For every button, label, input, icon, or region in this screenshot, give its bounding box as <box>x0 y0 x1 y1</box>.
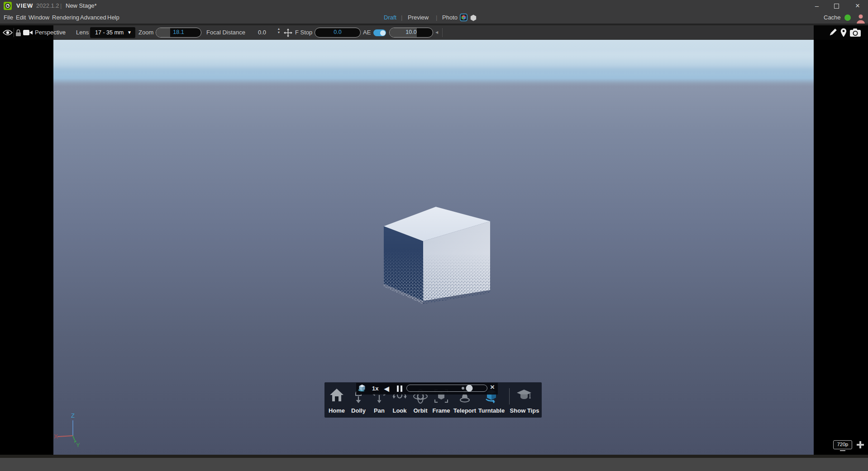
nav-label-teleport[interactable]: Teleport <box>453 407 476 414</box>
axis-gizmo[interactable]: Z X Y <box>50 409 82 449</box>
exposure-slider[interactable]: 10.0 <box>389 28 433 38</box>
markup-pencil-icon[interactable] <box>828 28 837 37</box>
cache-label[interactable]: Cache <box>824 12 841 24</box>
cube-mesh[interactable] <box>362 199 507 310</box>
lens-label: Lens <box>76 25 89 40</box>
app-logo-icon <box>4 2 12 10</box>
focal-distance-value[interactable]: 0.0 <box>258 25 266 40</box>
lock-icon[interactable] <box>15 29 21 37</box>
reverse-play-icon[interactable]: ◀ <box>384 383 389 395</box>
slider-knob[interactable] <box>466 385 473 392</box>
nav-label-orbit[interactable]: Orbit <box>413 407 427 414</box>
minimize-button[interactable]: – <box>810 0 824 12</box>
cloud-streak <box>53 68 814 72</box>
nav-label-home[interactable]: Home <box>329 407 345 414</box>
overlay-close-icon[interactable]: × <box>490 381 495 393</box>
home-icon[interactable] <box>329 386 345 404</box>
pause-icon[interactable] <box>401 385 402 392</box>
menu-rendering[interactable]: Rendering <box>52 12 79 24</box>
lens-dropdown[interactable]: 17 - 35 mm ▼ <box>90 27 135 38</box>
focal-picker-icon[interactable] <box>284 29 292 37</box>
turntable-speed-slider[interactable] <box>406 385 487 392</box>
focal-distance-label: Focal Distance <box>206 25 245 40</box>
app-name: VIEW <box>16 0 33 12</box>
nav-label-frame[interactable]: Frame <box>432 407 450 414</box>
menu-edit[interactable]: Edit <box>16 12 26 24</box>
render-engine-cube-icon[interactable] <box>460 14 467 21</box>
resolution-badge[interactable]: 720p <box>833 440 852 449</box>
exposure-value: 10.0 <box>390 28 433 37</box>
viewport-bottom-edge <box>0 455 868 458</box>
app-version: 2022.1.2 <box>36 0 59 12</box>
menu-advanced[interactable]: Advanced <box>80 12 106 24</box>
render-engine-sphere-icon[interactable] <box>470 14 477 21</box>
render-mode-photo[interactable]: Photo <box>442 12 458 24</box>
cloud-streak <box>53 52 814 57</box>
nav-label-look[interactable]: Look <box>392 407 406 414</box>
mode-separator: | <box>401 12 402 24</box>
menu-window[interactable]: Window <box>29 12 49 24</box>
title-separator: | <box>60 0 62 12</box>
nav-label-pan[interactable]: Pan <box>374 407 385 414</box>
menu-file[interactable]: File <box>4 12 13 24</box>
user-avatar-icon[interactable] <box>856 14 866 24</box>
y-axis-label: Y <box>76 442 80 448</box>
zoom-slider[interactable]: 18.1 <box>156 28 201 38</box>
nav-label-turntable[interactable]: Turntable <box>478 407 505 414</box>
lens-value: 17 - 35 mm <box>95 27 124 38</box>
zoom-value: 18.1 <box>156 28 201 37</box>
camera-icon[interactable] <box>23 29 33 36</box>
visibility-eye-icon[interactable] <box>3 29 13 36</box>
slider-marker <box>462 387 464 390</box>
fstop-value: 0.0 <box>315 28 360 37</box>
toolbar-collapse-icon[interactable]: ◀ <box>435 25 438 40</box>
chevron-down-icon: ▼ <box>127 27 132 38</box>
render-mode-preview[interactable]: Preview <box>408 12 429 24</box>
app-window: VIEW 2022.1.2 | New Stage* – × File Edit… <box>0 0 868 471</box>
capture-camera-icon[interactable] <box>850 29 861 37</box>
z-axis-label: Z <box>71 412 75 419</box>
mode-separator: | <box>436 12 437 24</box>
ae-toggle[interactable] <box>373 29 386 36</box>
waypoint-pin-icon[interactable] <box>840 28 847 37</box>
x-axis-label: X <box>54 433 58 440</box>
divider <box>14 28 14 37</box>
left-letterbox <box>0 40 53 455</box>
stepper-up-icon[interactable]: ▲ <box>276 27 281 31</box>
camera-toolbar: Perspective Lens 17 - 35 mm ▼ Zoom 18.1 … <box>0 25 868 40</box>
document-title: New Stage* <box>66 0 97 12</box>
show-tips-icon[interactable] <box>515 387 534 404</box>
divider <box>442 28 443 37</box>
cache-status-indicator <box>844 14 851 21</box>
render-mode-draft[interactable]: Draft <box>384 12 396 24</box>
close-button[interactable]: × <box>851 0 864 12</box>
camera-name[interactable]: Perspective <box>35 25 66 40</box>
resolution-badge-stand <box>840 450 845 451</box>
maximize-button[interactable] <box>834 4 839 9</box>
status-bar <box>0 458 868 471</box>
turntable-mini-cube-icon <box>357 384 367 394</box>
fullscreen-corners-icon[interactable] <box>855 439 866 450</box>
fstop-slider[interactable]: 0.0 <box>315 28 361 38</box>
nav-label-dolly[interactable]: Dolly <box>351 407 366 414</box>
nav-label-show-tips[interactable]: Show Tips <box>510 407 539 414</box>
ae-label: AE <box>363 25 371 40</box>
menu-bar: File Edit Window Rendering Advanced Help… <box>0 12 868 24</box>
nav-divider <box>509 388 510 404</box>
turntable-speed[interactable]: 1x <box>372 383 378 395</box>
fstop-label: F Stop <box>295 25 312 40</box>
stepper-down-icon[interactable]: ▼ <box>276 31 281 34</box>
focal-distance-stepper[interactable]: ▲ ▼ <box>276 27 281 38</box>
zoom-label: Zoom <box>138 25 153 40</box>
ae-toggle-knob <box>380 30 386 36</box>
menu-help[interactable]: Help <box>107 12 119 24</box>
title-bar: VIEW 2022.1.2 | New Stage* – × <box>0 0 868 12</box>
right-letterbox <box>814 40 868 455</box>
pause-icon[interactable] <box>397 385 399 392</box>
